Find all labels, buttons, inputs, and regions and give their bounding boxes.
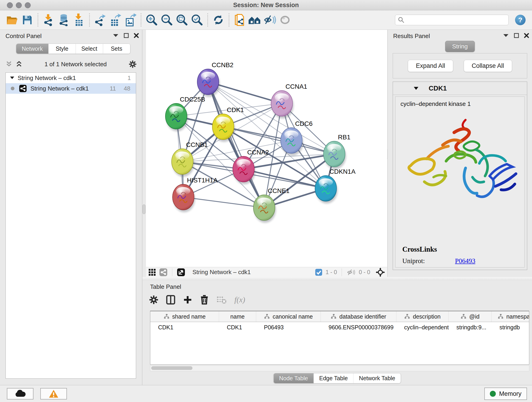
warnings-button[interactable] <box>40 388 67 400</box>
tab-network-table[interactable]: Network Table <box>354 373 401 383</box>
tab-node-table[interactable]: Node Table <box>273 373 314 383</box>
toolbar-separator <box>229 13 229 27</box>
birdseye-crosshair-icon[interactable] <box>376 268 385 277</box>
network-node[interactable]: CCNB2 <box>197 61 234 97</box>
help-button[interactable]: ? <box>515 15 526 25</box>
table-cell[interactable]: stringdb <box>492 322 529 332</box>
network-node[interactable]: CCNA1 <box>271 83 307 119</box>
network-row-selected[interactable]: String Network – cdk1 11 48 <box>6 83 136 94</box>
function-builder-icon[interactable]: f(x) <box>234 295 245 304</box>
panel-menu-icon[interactable] <box>113 34 119 37</box>
open-folder-icon <box>6 15 18 25</box>
column-header-canonical-name[interactable]: canonical name <box>256 311 321 322</box>
first-neighbors-icon <box>234 13 245 26</box>
column-header-namespace[interactable]: namespace <box>492 311 529 322</box>
float-panel-icon[interactable] <box>514 33 519 38</box>
view-network-icon[interactable] <box>159 268 167 276</box>
collection-expander-icon[interactable] <box>10 76 14 80</box>
left-splitter-handle[interactable] <box>143 204 146 214</box>
column-header--id[interactable]: @id <box>449 311 492 322</box>
search-icon <box>398 17 404 23</box>
network-edge[interactable] <box>208 82 264 208</box>
search-box[interactable] <box>395 15 509 25</box>
delete-table-icon[interactable] <box>216 296 227 304</box>
network-collection-row[interactable]: String Network – cdk1 1 <box>6 73 136 83</box>
export-table-button[interactable] <box>108 12 123 27</box>
view-grid-icon[interactable] <box>148 268 156 276</box>
import-table-button[interactable] <box>71 12 86 27</box>
zoom-selected-button[interactable] <box>190 12 205 27</box>
column-header-database-identifier[interactable]: database identifier <box>321 311 396 322</box>
import-network-button[interactable] <box>41 12 56 27</box>
collapse-all-icon[interactable] <box>6 61 12 68</box>
show-columns-icon[interactable] <box>166 295 175 305</box>
network-tree: String Network – cdk1 1 String Network –… <box>6 72 136 379</box>
tab-style[interactable]: Style <box>49 44 76 54</box>
cloud-status-button[interactable] <box>7 388 33 400</box>
table-cell[interactable]: P06493 <box>256 322 321 332</box>
table-toolbar: f(x) <box>149 293 245 307</box>
zoom-fit-button[interactable] <box>174 12 190 27</box>
float-panel-icon[interactable] <box>124 33 129 38</box>
table-row[interactable]: CDK1CDK1P064939606.ENSP00000378699cyclin… <box>150 322 529 332</box>
memory-button[interactable]: Memory <box>484 388 527 400</box>
table-horizontal-scrollbar[interactable] <box>150 365 529 371</box>
table-cell[interactable]: CDK1 <box>219 322 256 332</box>
hide-selected-button[interactable] <box>262 12 278 27</box>
first-neighbors-button[interactable] <box>232 12 247 27</box>
table-options-gear-icon[interactable] <box>149 295 158 304</box>
tab-string[interactable]: String <box>445 41 475 52</box>
table-cell[interactable]: stringdb:9... <box>449 322 492 332</box>
table-cell[interactable]: CDK1 <box>150 322 219 332</box>
search-input[interactable] <box>407 17 506 23</box>
show-all-button[interactable] <box>278 12 293 27</box>
gene-expander-icon[interactable] <box>413 87 418 90</box>
table-cell[interactable]: cyclin–dependent ... <box>396 322 449 332</box>
import-database-button[interactable] <box>56 12 71 27</box>
table-panel-splitter[interactable] <box>142 277 532 281</box>
apply-layout-button[interactable] <box>211 12 226 27</box>
tab-edge-table[interactable]: Edge Table <box>314 373 354 383</box>
collapse-all-button[interactable]: Collapse All <box>464 60 512 72</box>
network-node[interactable]: RB1 <box>323 134 350 169</box>
close-panel-icon[interactable] <box>134 33 139 38</box>
selected-nodes-checkbox-icon[interactable] <box>315 269 322 276</box>
status-bar: Memory <box>0 385 532 402</box>
zoom-out-button[interactable] <box>159 12 174 27</box>
network-node[interactable]: CDKN1A <box>315 168 355 204</box>
delete-column-icon[interactable] <box>200 295 209 305</box>
export-table-icon <box>109 13 121 26</box>
tab-network[interactable]: Network <box>16 44 49 54</box>
network-node[interactable]: CDC6 <box>281 120 312 156</box>
table-cell[interactable]: 9606.ENSP00000378699 <box>321 322 396 332</box>
network-canvas[interactable]: CCNB2CCNA1CDC25BCDK1CDC6RB1CCNB1CCNA2CDK… <box>146 30 387 267</box>
open-session-button[interactable] <box>5 12 20 27</box>
tab-select[interactable]: Select <box>76 44 103 54</box>
close-panel-icon[interactable] <box>524 33 529 38</box>
network-node[interactable]: CCNB1 <box>172 141 208 177</box>
scrollbar-thumb[interactable] <box>151 366 192 370</box>
home-button[interactable] <box>247 12 262 27</box>
zoom-in-button[interactable] <box>144 12 159 27</box>
column-header-name[interactable]: name <box>219 311 256 322</box>
network-options-gear-icon[interactable] <box>129 60 137 68</box>
add-column-icon[interactable] <box>183 295 192 304</box>
column-header-description[interactable]: description <box>396 311 449 322</box>
save-session-button[interactable] <box>20 12 35 27</box>
export-network-button[interactable] <box>93 12 108 27</box>
gene-card-header[interactable]: CDK1 <box>393 82 527 95</box>
network-edge[interactable] <box>223 127 334 154</box>
network-node[interactable]: HIST1H1A <box>172 177 218 212</box>
network-node[interactable]: CCNE1 <box>253 187 290 223</box>
column-header-shared-name[interactable]: shared name <box>150 311 219 322</box>
expand-all-button[interactable]: Expand All <box>408 60 453 72</box>
panel-menu-icon[interactable] <box>503 34 509 37</box>
node-label: CDK1 <box>227 106 244 114</box>
open-view-icon[interactable] <box>177 268 185 276</box>
crosslink-link[interactable]: P06493 <box>455 257 475 265</box>
expand-all-icon[interactable] <box>16 61 22 68</box>
table-header-row: shared namenamecanonical namedatabase id… <box>150 311 529 322</box>
network-edge[interactable] <box>183 197 264 208</box>
tab-sets[interactable]: Sets <box>103 44 130 54</box>
export-image-button[interactable] <box>123 12 138 27</box>
